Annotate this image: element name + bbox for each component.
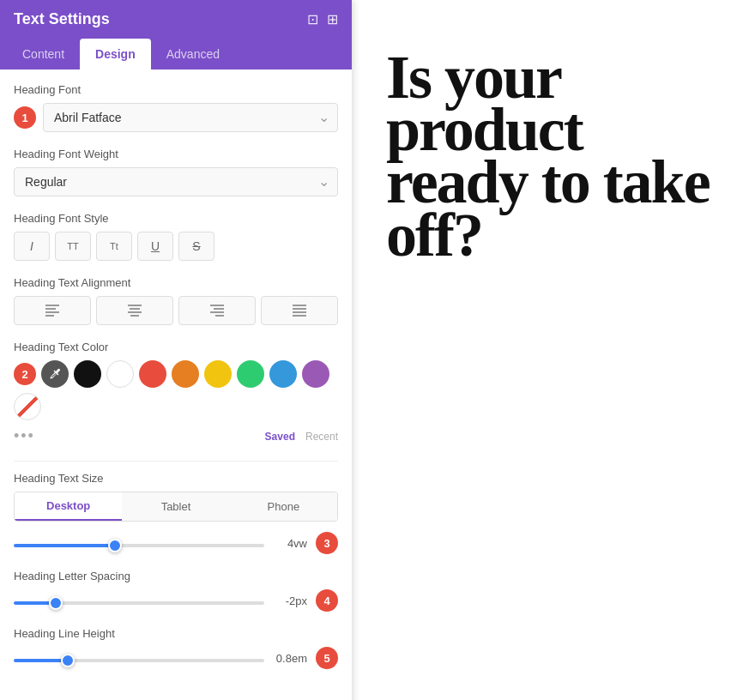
tab-content[interactable]: Content xyxy=(7,39,80,69)
svg-rect-3 xyxy=(45,315,54,317)
font-style-buttons: I TT Tt U S xyxy=(14,232,338,261)
color-row-bottom: ••• Saved Recent xyxy=(14,427,338,445)
line-height-slider-row: 0.8em 5 xyxy=(14,647,338,669)
strikethrough-button[interactable]: S xyxy=(178,232,214,261)
swatch-green[interactable] xyxy=(237,360,264,388)
badge-1: 1 xyxy=(14,106,36,129)
letter-spacing-slider-row: -2px 4 xyxy=(14,589,338,612)
swatch-transparent[interactable] xyxy=(14,393,41,420)
heading-line-height-section: Heading Line Height 0.8em 5 xyxy=(14,627,338,669)
heading-text-alignment-label: Heading Text Alignment xyxy=(14,276,338,289)
heading-font-style-section: Heading Font Style I TT Tt U S xyxy=(14,212,338,261)
swatch-orange[interactable] xyxy=(172,360,199,388)
swatch-blue[interactable] xyxy=(269,360,297,388)
heading-letter-spacing-section: Heading Letter Spacing -2px 4 xyxy=(14,570,338,612)
tab-advanced[interactable]: Advanced xyxy=(151,39,235,69)
align-left-button[interactable] xyxy=(14,296,91,325)
capitalize-button[interactable]: Tt xyxy=(96,232,132,261)
recent-colors-tab[interactable]: Recent xyxy=(305,429,338,444)
letter-spacing-value: -2px xyxy=(273,594,307,607)
italic-button[interactable]: I xyxy=(14,232,50,261)
svg-rect-1 xyxy=(45,308,56,310)
heading-font-label: Heading Font xyxy=(14,83,338,96)
panel-body: Heading Font 1 Abril Fatface Heading Fon… xyxy=(0,69,352,700)
heading-font-wrapper: 1 Abril Fatface xyxy=(14,103,338,132)
heading-font-select[interactable]: Abril Fatface xyxy=(43,103,338,132)
swatch-purple[interactable] xyxy=(302,360,329,388)
svg-rect-15 xyxy=(293,315,306,317)
svg-rect-14 xyxy=(293,311,306,313)
main-heading: Is your product ready to take off? xyxy=(386,51,721,262)
svg-rect-10 xyxy=(210,311,224,313)
color-swatches: 2 xyxy=(14,360,338,420)
svg-rect-4 xyxy=(128,305,142,306)
swatch-white[interactable] xyxy=(106,360,134,388)
tab-design[interactable]: Design xyxy=(80,39,151,69)
heading-text-size-section: Heading Text Size Desktop Tablet Phone 4… xyxy=(14,472,338,554)
color-picker-area: 2 ••• Saved xyxy=(14,360,338,445)
panel-title: Text Settings xyxy=(14,10,110,28)
align-center-button[interactable] xyxy=(96,296,173,325)
heading-font-style-label: Heading Font Style xyxy=(14,212,338,225)
align-justify-button[interactable] xyxy=(261,296,338,325)
panel-header: Text Settings ⊡ ⊞ xyxy=(0,0,352,39)
device-tabs: Desktop Tablet Phone xyxy=(14,492,338,522)
line-height-slider[interactable] xyxy=(14,659,264,662)
heading-font-section: Heading Font 1 Abril Fatface xyxy=(14,83,338,132)
heading-font-weight-select[interactable]: Regular Thin Light Medium Bold Black xyxy=(14,167,338,196)
header-icons: ⊡ ⊞ xyxy=(307,11,338,27)
align-right-button[interactable] xyxy=(178,296,256,325)
text-size-slider[interactable] xyxy=(14,544,264,547)
desktop-tab[interactable]: Desktop xyxy=(15,492,122,521)
swatch-yellow[interactable] xyxy=(204,360,232,388)
heading-text-color-label: Heading Text Color xyxy=(14,341,338,353)
heading-text-size-label: Heading Text Size xyxy=(14,472,104,485)
alignment-buttons xyxy=(14,296,338,325)
letter-spacing-slider[interactable] xyxy=(14,601,264,605)
letter-spacing-slider-container xyxy=(14,593,264,608)
heading-line-height-label: Heading Line Height xyxy=(14,627,338,640)
svg-rect-0 xyxy=(45,305,59,306)
svg-rect-13 xyxy=(293,308,306,310)
heading-font-select-wrapper: Abril Fatface xyxy=(43,103,338,132)
heading-font-weight-wrapper: Regular Thin Light Medium Bold Black xyxy=(14,167,338,196)
phone-tab[interactable]: Phone xyxy=(230,492,337,521)
svg-rect-11 xyxy=(215,315,224,317)
svg-rect-9 xyxy=(214,308,224,310)
settings-panel: Text Settings ⊡ ⊞ Content Design Advance… xyxy=(0,0,352,700)
text-size-value: 4vw xyxy=(273,537,307,550)
underline-button[interactable]: U xyxy=(137,232,173,261)
heading-text-alignment-section: Heading Text Alignment xyxy=(14,276,338,325)
text-size-slider-row: 4vw 3 xyxy=(14,532,338,554)
badge-3: 3 xyxy=(316,532,338,554)
columns-icon[interactable]: ⊞ xyxy=(327,11,338,27)
svg-rect-2 xyxy=(45,311,59,313)
heading-font-weight-section: Heading Font Weight Regular Thin Light M… xyxy=(14,148,338,196)
heading-letter-spacing-label: Heading Letter Spacing xyxy=(14,570,338,582)
svg-rect-7 xyxy=(130,315,139,317)
line-height-slider-container xyxy=(14,650,264,666)
badge-2: 2 xyxy=(14,363,36,385)
line-height-value: 0.8em xyxy=(273,652,307,665)
swatch-red[interactable] xyxy=(139,360,166,388)
divider-1 xyxy=(14,461,338,462)
svg-rect-12 xyxy=(293,305,306,306)
tablet-tab[interactable]: Tablet xyxy=(122,492,229,521)
more-colors-button[interactable]: ••• xyxy=(14,427,35,445)
saved-colors-tab[interactable]: Saved xyxy=(265,429,295,444)
svg-rect-8 xyxy=(210,305,224,306)
uppercase-button[interactable]: TT xyxy=(55,232,91,261)
badge-5: 5 xyxy=(316,647,338,669)
main-content: Is your product ready to take off? xyxy=(352,0,755,700)
heading-font-weight-label: Heading Font Weight xyxy=(14,148,338,160)
eyedropper-button[interactable] xyxy=(41,360,69,388)
badge-4: 4 xyxy=(316,589,338,612)
text-size-slider-container xyxy=(14,535,264,551)
swatch-black[interactable] xyxy=(74,360,101,388)
panel-tabs: Content Design Advanced xyxy=(0,39,352,69)
svg-rect-6 xyxy=(128,311,142,313)
svg-rect-5 xyxy=(130,308,140,310)
heading-text-color-section: Heading Text Color 2 xyxy=(14,341,338,445)
expand-icon[interactable]: ⊡ xyxy=(307,11,318,27)
